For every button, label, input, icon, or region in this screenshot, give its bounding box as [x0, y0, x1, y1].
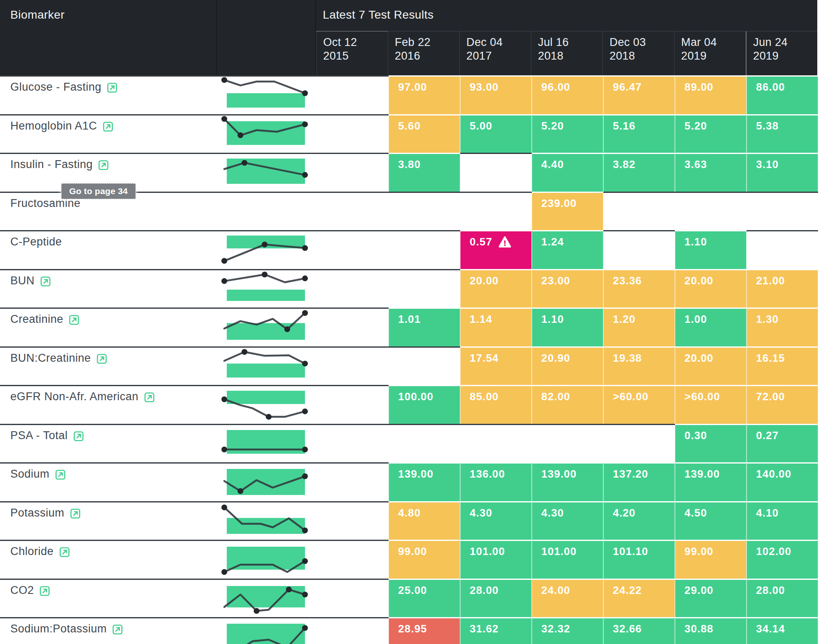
result-cell[interactable]: 137.20	[603, 462, 675, 501]
result-cell[interactable]: 20.00	[675, 346, 747, 385]
external-link-icon[interactable]	[107, 82, 118, 93]
result-cell[interactable]: 93.00	[460, 75, 532, 114]
result-cell[interactable]: 32.32	[532, 617, 603, 644]
result-cell[interactable]: 28.00	[460, 579, 532, 618]
result-cell[interactable]: 139.00	[389, 462, 460, 501]
result-cell[interactable]: 89.00	[675, 75, 747, 114]
biomarker-label[interactable]: eGFR Non-Afr. American	[0, 385, 217, 424]
biomarker-label[interactable]: Glucose - Fasting	[0, 75, 217, 114]
external-link-icon[interactable]	[73, 431, 84, 442]
result-cell[interactable]: 20.00	[460, 269, 532, 308]
biomarker-label[interactable]: Chloride	[0, 540, 217, 579]
result-cell[interactable]: 5.20	[675, 114, 747, 153]
result-cell[interactable]: 72.00	[747, 385, 818, 424]
result-cell[interactable]: 102.00	[747, 540, 818, 579]
external-link-icon[interactable]	[70, 508, 81, 519]
result-cell[interactable]: 1.20	[603, 308, 675, 346]
result-cell[interactable]: 28.00	[747, 579, 818, 618]
result-cell[interactable]: 97.00	[389, 75, 460, 114]
external-link-icon[interactable]	[144, 392, 155, 403]
result-cell[interactable]: 140.00	[747, 462, 818, 501]
result-cell[interactable]: 3.82	[603, 153, 675, 192]
result-cell[interactable]: 21.00	[747, 269, 818, 308]
external-link-icon[interactable]	[96, 353, 107, 364]
result-cell[interactable]: 139.00	[532, 462, 603, 501]
biomarker-label[interactable]: Creatinine	[0, 308, 217, 346]
external-link-icon[interactable]	[39, 586, 50, 596]
result-cell[interactable]: 1.30	[747, 308, 818, 346]
result-cell[interactable]: 32.66	[603, 617, 675, 644]
result-cell[interactable]: 23.36	[603, 269, 675, 308]
result-cell[interactable]: 1.10	[532, 308, 603, 346]
result-cell[interactable]: 4.10	[747, 501, 818, 540]
result-cell[interactable]: 34.14	[747, 617, 818, 644]
result-cell[interactable]: 24.00	[532, 579, 603, 618]
result-cell[interactable]: 1.24	[532, 230, 603, 269]
result-cell[interactable]: 3.80	[389, 153, 460, 192]
result-cell[interactable]: 239.00	[532, 192, 603, 231]
result-cell[interactable]: 1.01	[389, 308, 460, 346]
result-cell[interactable]: 4.20	[603, 501, 675, 540]
result-cell[interactable]: 20.00	[675, 269, 747, 308]
external-link-icon[interactable]	[112, 624, 123, 635]
result-cell[interactable]: 99.00	[389, 540, 460, 579]
biomarker-label[interactable]: Potassium	[0, 501, 217, 540]
result-cell[interactable]: 82.00	[532, 385, 603, 424]
external-link-icon[interactable]	[69, 315, 79, 325]
biomarker-label[interactable]: PSA - Total	[0, 424, 217, 463]
result-cell[interactable]: 99.00	[675, 540, 747, 579]
result-cell[interactable]: 16.15	[747, 346, 818, 385]
result-cell[interactable]: 86.00	[747, 75, 818, 114]
result-cell[interactable]: 24.22	[603, 579, 675, 618]
result-cell[interactable]: 31.62	[460, 617, 532, 644]
result-cell[interactable]: 101.00	[460, 540, 532, 579]
result-cell[interactable]: 4.40	[532, 153, 603, 192]
external-link-icon[interactable]	[98, 160, 109, 171]
result-cell[interactable]: >60.00	[603, 385, 675, 424]
result-cell[interactable]: 25.00	[389, 579, 460, 618]
result-cell[interactable]: 3.63	[675, 153, 747, 192]
result-cell[interactable]: 5.20	[532, 114, 603, 153]
result-cell[interactable]: 5.16	[603, 114, 675, 153]
result-cell[interactable]: 3.10	[747, 153, 818, 192]
result-cell[interactable]: 23.00	[532, 269, 603, 308]
result-cell[interactable]: 1.10	[675, 230, 747, 269]
result-cell[interactable]: 17.54	[460, 346, 532, 385]
result-cell[interactable]: 100.00	[389, 385, 460, 424]
result-cell[interactable]: 4.80	[389, 501, 460, 540]
result-cell[interactable]: 20.90	[532, 346, 603, 385]
result-cell[interactable]: 19.38	[603, 346, 675, 385]
result-cell[interactable]: 139.00	[675, 462, 747, 501]
result-cell[interactable]: 29.00	[675, 579, 747, 618]
result-cell[interactable]: 85.00	[460, 385, 532, 424]
external-link-icon[interactable]	[103, 121, 113, 132]
result-cell[interactable]: 5.60	[389, 114, 460, 153]
result-cell[interactable]: 0.57	[460, 230, 532, 269]
biomarker-label[interactable]: Sodium	[0, 462, 217, 501]
result-cell[interactable]: 136.00	[460, 462, 532, 501]
result-cell[interactable]: 30.88	[675, 617, 747, 644]
external-link-icon[interactable]	[40, 276, 51, 287]
result-cell[interactable]: 101.00	[532, 540, 603, 579]
biomarker-label[interactable]: BUN	[0, 269, 217, 308]
result-cell[interactable]: 4.50	[675, 501, 747, 540]
biomarker-label[interactable]: BUN:Creatinine	[0, 346, 217, 385]
result-cell[interactable]: 4.30	[460, 501, 532, 540]
result-cell[interactable]: 5.00	[460, 114, 532, 153]
result-cell[interactable]: 96.47	[603, 75, 675, 114]
biomarker-label[interactable]: Sodium:Potassium	[0, 617, 217, 644]
result-cell[interactable]: 4.30	[532, 501, 603, 540]
external-link-icon[interactable]	[55, 469, 66, 480]
result-cell[interactable]: 28.95	[389, 617, 460, 644]
result-cell[interactable]: 0.27	[747, 424, 818, 463]
external-link-icon[interactable]	[59, 547, 70, 557]
result-cell[interactable]: 1.00	[675, 308, 747, 346]
result-cell[interactable]: >60.00	[675, 385, 747, 424]
result-cell[interactable]: 1.14	[460, 308, 532, 346]
result-cell[interactable]: 0.30	[675, 424, 747, 463]
biomarker-label[interactable]: CO2	[0, 579, 217, 618]
result-cell[interactable]: 96.00	[532, 75, 603, 114]
result-cell[interactable]: 5.38	[747, 114, 818, 153]
biomarker-label[interactable]: Hemoglobin A1C	[0, 114, 217, 153]
result-cell[interactable]: 101.10	[603, 540, 675, 579]
